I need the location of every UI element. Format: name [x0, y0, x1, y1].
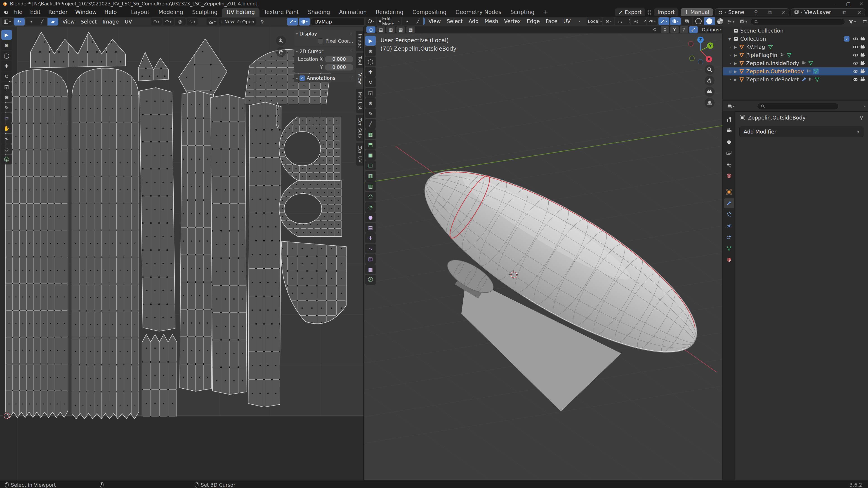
disable-render-camera-icon[interactable]	[860, 68, 866, 74]
properties-tab-render[interactable]	[724, 126, 734, 135]
mirror-x-toggle[interactable]: X	[661, 26, 669, 33]
drag-grip-icon[interactable]: ⠿	[350, 76, 353, 80]
close-icon[interactable]: ×	[858, 9, 862, 15]
sidebar-tab-mat-list[interactable]: Mat List	[356, 89, 364, 113]
sidebar-tab-image[interactable]: Image	[356, 31, 364, 51]
gizmos-toggle[interactable]: ▾	[658, 18, 669, 25]
disable-render-camera-icon[interactable]	[860, 36, 866, 42]
import-button[interactable]: Import	[654, 8, 678, 16]
uv-sync-selection-toggle[interactable]	[14, 18, 25, 26]
collapse-icon[interactable]: ▼	[726, 37, 733, 41]
properties-tab-particles[interactable]	[724, 210, 734, 220]
viewlayer-selector[interactable]: ▾ ViewLayer ⧉ ×	[791, 8, 865, 16]
pan-hand-icon[interactable]	[276, 47, 286, 57]
copy-icon[interactable]: ⧉	[768, 9, 772, 15]
close-icon[interactable]: ×	[782, 9, 786, 15]
sidebar-tab-zen-uv[interactable]: Zen UV	[356, 143, 364, 166]
select-extend-mode[interactable]: ▤	[376, 26, 385, 33]
shading-material[interactable]	[715, 18, 724, 25]
outliner-row-scene-collection[interactable]: Scene Collection	[723, 27, 868, 35]
menu-render[interactable]: Render	[44, 9, 71, 15]
visibility-dropdown[interactable]: ▾	[647, 18, 658, 25]
outliner-search[interactable]	[751, 19, 845, 25]
tool-select-circle[interactable]: ◯	[1, 51, 12, 61]
tool-edge-slide[interactable]: ▤	[365, 223, 376, 233]
menu-help[interactable]: Help	[101, 9, 121, 15]
properties-tab-view-layer[interactable]	[724, 148, 734, 158]
expand-icon[interactable]: ▸	[296, 76, 298, 80]
tool-rotate[interactable]: ↻	[365, 77, 376, 87]
pin-image-icon[interactable]: ⚲	[257, 18, 268, 26]
mirror-z-toggle[interactable]: Z	[680, 26, 688, 33]
uv-pivot-button[interactable]: ⊙▾	[151, 18, 162, 26]
workspace-tab-modeling[interactable]: Modeling	[154, 8, 188, 17]
disable-render-camera-icon[interactable]	[860, 76, 866, 83]
pan-hand-icon[interactable]	[705, 76, 715, 86]
tool-rip-edge[interactable]: ▩	[365, 264, 376, 274]
maximize-button[interactable]: ▢	[842, 0, 855, 8]
add-modifier-dropdown[interactable]: Add Modifier▾	[739, 127, 864, 137]
workspace-tab-texture-paint[interactable]: Texture Paint	[259, 8, 304, 17]
image-browse-button[interactable]: ▾	[207, 18, 217, 26]
transform-orientation[interactable]: Local▾	[587, 18, 602, 25]
tool-smooth[interactable]: ●	[365, 213, 376, 222]
open-image-button[interactable]: 🗀 Open	[236, 18, 256, 26]
options-chevron[interactable]: ▾	[860, 102, 868, 110]
pixel-coordinates-checkbox[interactable]	[318, 38, 323, 44]
workspace-tab-animation[interactable]: Animation	[335, 8, 371, 17]
tool-extrude-region[interactable]: ⬒	[365, 140, 376, 150]
tool-relax[interactable]: ∿	[1, 134, 12, 144]
hide-eye-icon[interactable]	[852, 68, 859, 74]
cursor-x-value[interactable]: 0.000	[325, 56, 353, 62]
disable-render-camera-icon[interactable]	[860, 52, 866, 58]
tool-grab[interactable]: ✋	[1, 123, 12, 133]
editor-type-button[interactable]: ▾	[725, 18, 736, 26]
sidebar-tab-view[interactable]: View	[356, 70, 364, 87]
display-mode-button[interactable]: ▾	[738, 18, 749, 26]
disable-render-camera-icon[interactable]	[860, 44, 866, 50]
uv-canvas[interactable]	[0, 27, 364, 480]
uv-gizmos-toggle[interactable]: ▾	[287, 18, 298, 26]
tool-inset-faces[interactable]: ▣	[365, 150, 376, 160]
tool-transform[interactable]: ⊕	[365, 98, 376, 108]
expand-icon[interactable]: ▶	[732, 69, 739, 74]
viewport-menu-uv[interactable]: UV	[560, 18, 574, 24]
collapse-icon[interactable]: ▾	[296, 32, 298, 36]
menu-window[interactable]: Window	[71, 9, 101, 15]
zoom-icon[interactable]	[276, 36, 286, 46]
viewport-menu-vertex[interactable]: Vertex	[501, 18, 524, 24]
properties-search[interactable]	[757, 103, 839, 109]
workspace-tab-shading[interactable]: Shading	[303, 8, 335, 17]
hide-eye-icon[interactable]	[852, 44, 859, 50]
workspace-tab-geometry-nodes[interactable]: Geometry Nodes	[451, 8, 506, 17]
pin-icon[interactable]: ⚲	[860, 115, 864, 121]
navigation-gizmo[interactable]: ZYX	[687, 37, 714, 64]
tool-annotate[interactable]: ✎	[1, 103, 12, 112]
properties-tab-constraints[interactable]	[724, 232, 734, 242]
tool-cursor-2d[interactable]: ⊕	[1, 40, 12, 50]
editor-type-button[interactable]: ▾	[725, 102, 736, 110]
hide-eye-icon[interactable]	[852, 60, 859, 66]
viewport-menu-select[interactable]: Select	[444, 18, 466, 24]
properties-tab-scene[interactable]	[724, 160, 734, 169]
tool-rotate[interactable]: ↻	[1, 71, 12, 81]
tool-shrink-fatten[interactable]: ✛	[365, 233, 376, 243]
tool-shear[interactable]: ▱	[1, 113, 12, 123]
editor-type-button[interactable]: ▾	[2, 18, 13, 26]
uvmap-name-field[interactable]: UVMap	[311, 18, 365, 26]
expand-icon[interactable]: ▶	[732, 77, 739, 82]
uv-snap-button[interactable]: ◠▾	[163, 18, 174, 26]
tool-move[interactable]: ✚	[365, 67, 376, 77]
tool-knife[interactable]: ▧	[365, 181, 376, 191]
sidebar-tab-tool[interactable]: Tool	[356, 53, 364, 68]
pin-icon[interactable]: ⚲	[754, 9, 758, 15]
minimize-button[interactable]: –	[829, 0, 842, 8]
editor-type-button[interactable]: ▾	[366, 18, 376, 25]
add-workspace-button[interactable]: +	[539, 8, 553, 17]
workspace-tab-compositing[interactable]: Compositing	[408, 8, 451, 17]
outliner-row-kv-flag[interactable]: •▶KV.Flag	[723, 43, 868, 51]
menu-file[interactable]: File	[9, 9, 26, 15]
xray-toggle[interactable]	[682, 18, 692, 25]
outliner-row-zeppelin-siderocket[interactable]: •▶Zeppelin.sideRocket	[723, 75, 868, 84]
zoom-icon[interactable]	[705, 65, 715, 74]
